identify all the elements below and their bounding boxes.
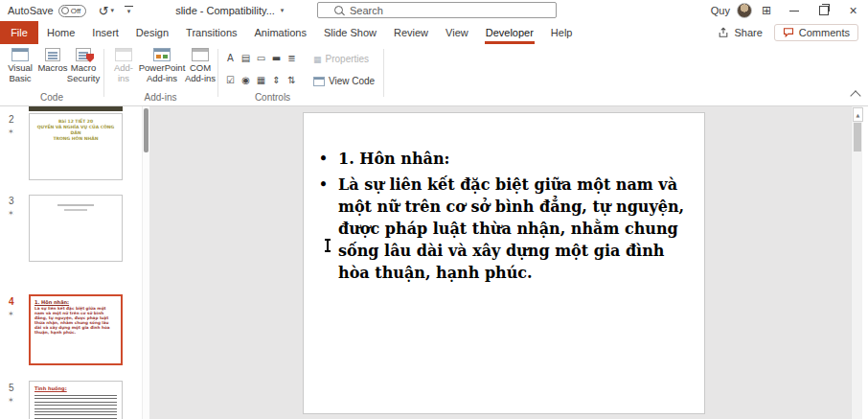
- command-button-control-icon[interactable]: ▬: [269, 52, 284, 65]
- ribbon-developer: Visual Basic Macros Macro Security Code …: [0, 44, 868, 106]
- collapse-ribbon-icon[interactable]: [850, 90, 860, 101]
- tab-review[interactable]: Review: [385, 21, 437, 44]
- group-separator: [217, 49, 218, 97]
- tab-slide-show[interactable]: Slide Show: [315, 21, 385, 44]
- tab-insert[interactable]: Insert: [83, 21, 127, 44]
- close-icon: ×: [849, 4, 857, 17]
- check-box-control-icon[interactable]: ☑: [223, 74, 238, 87]
- addins-group-label: Add-ins: [103, 92, 217, 103]
- view-code-label: View Code: [329, 76, 375, 86]
- slide-canvas[interactable]: • 1. Hôn nhân: • Là sự liên kết đặc biệt…: [303, 112, 705, 414]
- tab-animations[interactable]: Animations: [246, 21, 315, 44]
- undo-dropdown-icon[interactable]: ▾: [111, 7, 115, 14]
- share-label: Share: [734, 27, 762, 38]
- comments-button[interactable]: Comments: [774, 24, 858, 41]
- com-addins-button[interactable]: COM Add-ins: [184, 48, 217, 83]
- autosave-control[interactable]: AutoSave Off: [8, 5, 86, 17]
- slide-5-content: Tình huống:: [30, 382, 122, 419]
- tab-design[interactable]: Design: [127, 21, 177, 44]
- avatar[interactable]: [737, 3, 752, 18]
- view-code-button[interactable]: View Code: [313, 76, 375, 86]
- autosave-state: Off: [71, 7, 81, 15]
- tab-view[interactable]: View: [437, 21, 477, 44]
- minimize-button[interactable]: [779, 0, 809, 21]
- slide-4-body: Là sự liên kết đặc biệt giữa một nam và …: [34, 306, 117, 335]
- slide-3-thumbnail[interactable]: [29, 195, 123, 262]
- com-addins-icon: [192, 48, 209, 61]
- text-box-control-icon[interactable]: ▭: [254, 52, 268, 65]
- controls-group-label: Controls: [217, 92, 328, 103]
- thumbnail-scrollbar-thumb[interactable]: [144, 108, 148, 152]
- bullet-text: 1. Hôn nhân:: [338, 148, 695, 170]
- bullet-icon: •: [319, 174, 338, 284]
- slide-thumbnail-panel: 2 ✶ Bài 12 TIẾT 20 QUYỀN VÀ NGHĨA VỤ CỦA…: [0, 106, 142, 419]
- slide-3-number: 3: [9, 196, 14, 206]
- bullet-text: Là sự liên kết đặc biệt giữa một nam và …: [338, 174, 695, 284]
- slide-4-heading: 1. Hôn nhân:: [34, 299, 117, 306]
- document-title-area[interactable]: slide - Compatibility... ▾: [175, 5, 284, 16]
- undo-icon: ↺: [99, 5, 109, 17]
- undo-button[interactable]: ↺ ▾: [99, 5, 114, 17]
- macro-security-button[interactable]: Macro Security: [63, 48, 103, 83]
- share-button[interactable]: Share: [718, 27, 762, 38]
- scrollbar-thumb[interactable]: [854, 123, 861, 151]
- title-dropdown-icon[interactable]: ▾: [281, 7, 285, 14]
- ribbon-options-icon[interactable]: ⊞: [762, 4, 771, 17]
- slide-5-thumbnail[interactable]: Tình huống:: [29, 381, 123, 419]
- slide-text-placeholder[interactable]: • 1. Hôn nhân: • Là sự liên kết đặc biệt…: [319, 148, 695, 284]
- restore-button[interactable]: [809, 0, 838, 21]
- titlebar-right-cluster: Quy ⊞ ×: [711, 0, 868, 21]
- slide-3-text-lines: [57, 204, 94, 206]
- slide-1-thumbnail-edge[interactable]: [29, 106, 123, 111]
- slide-4-number: 4: [9, 296, 14, 307]
- customize-bar-icon: [125, 6, 133, 7]
- slide-2-thumbnail[interactable]: Bài 12 TIẾT 20 QUYỀN VÀ NGHĨA VỤ CỦA CÔN…: [29, 113, 123, 180]
- image-control-icon[interactable]: ▤: [239, 52, 253, 65]
- option-button-control-icon[interactable]: ◉: [239, 74, 253, 87]
- visual-basic-icon: [11, 48, 29, 61]
- macros-icon: [45, 48, 60, 61]
- search-input[interactable]: Search: [317, 2, 557, 18]
- properties-button: ▦ Properties: [313, 54, 369, 64]
- tab-help[interactable]: Help: [542, 21, 582, 44]
- scroll-up-button[interactable]: ▲: [853, 107, 863, 122]
- spin-button-control-icon[interactable]: ⇅: [285, 74, 299, 87]
- visual-basic-button[interactable]: Visual Basic: [2, 48, 38, 83]
- customize-quick-access-button[interactable]: ▾: [125, 6, 133, 15]
- powerpoint-window: AutoSave Off ↺ ▾ ▾ slide - Compatibility…: [0, 0, 868, 419]
- search-placeholder: Search: [350, 5, 383, 16]
- autosave-toggle[interactable]: Off: [58, 5, 86, 17]
- list-box-control-icon[interactable]: ≣: [285, 52, 299, 65]
- workspace: 2 ✶ Bài 12 TIẾT 20 QUYỀN VÀ NGHĨA VỤ CỦA…: [0, 106, 868, 419]
- animation-star-icon: ✶: [8, 310, 14, 318]
- close-button[interactable]: ×: [838, 0, 868, 21]
- combo-box-control-icon[interactable]: ▦: [254, 74, 268, 87]
- com-addins-label: COM Add-ins: [184, 63, 217, 83]
- addins-button: Add-ins: [109, 48, 138, 83]
- vertical-scrollbar[interactable]: ▲: [851, 106, 862, 419]
- slide-4-thumbnail-selected[interactable]: 1. Hôn nhân: Là sự liên kết đặc biệt giữ…: [29, 294, 123, 365]
- animation-star-icon: ✶: [8, 128, 14, 136]
- search-icon: [334, 6, 343, 14]
- slide-2-title-text: Bài 12 TIẾT 20 QUYỀN VÀ NGHĨA VỤ CỦA CÔN…: [30, 114, 122, 142]
- ribbon-tab-row: File Home Insert Design Transitions Anim…: [0, 21, 868, 44]
- document-title: slide - Compatibility...: [175, 5, 275, 16]
- bullet-line: • 1. Hôn nhân:: [319, 148, 695, 170]
- tab-file[interactable]: File: [0, 21, 38, 44]
- visual-basic-label: Visual Basic: [2, 63, 38, 83]
- scroll-bar-control-icon[interactable]: ⇕: [269, 74, 284, 87]
- slide-editing-area: • 1. Hôn nhân: • Là sự liên kết đặc biệt…: [149, 106, 851, 419]
- tab-developer[interactable]: Developer: [477, 21, 542, 44]
- animation-star-icon: ✶: [8, 396, 14, 405]
- bullet-line: • Là sự liên kết đặc biệt giữa một nam v…: [319, 174, 695, 284]
- minimize-icon: [789, 11, 799, 12]
- view-code-icon: [313, 77, 325, 86]
- tab-home[interactable]: Home: [38, 21, 83, 44]
- slide-5-text-lines: [34, 395, 117, 419]
- slide-5-number: 5: [9, 383, 14, 393]
- slide-2-number: 2: [9, 114, 14, 125]
- powerpoint-addins-button[interactable]: PowerPoint Add-ins: [138, 48, 186, 83]
- label-control-icon[interactable]: A: [223, 52, 238, 65]
- macro-security-label: Macro Security: [63, 63, 103, 83]
- tab-transitions[interactable]: Transitions: [177, 21, 245, 44]
